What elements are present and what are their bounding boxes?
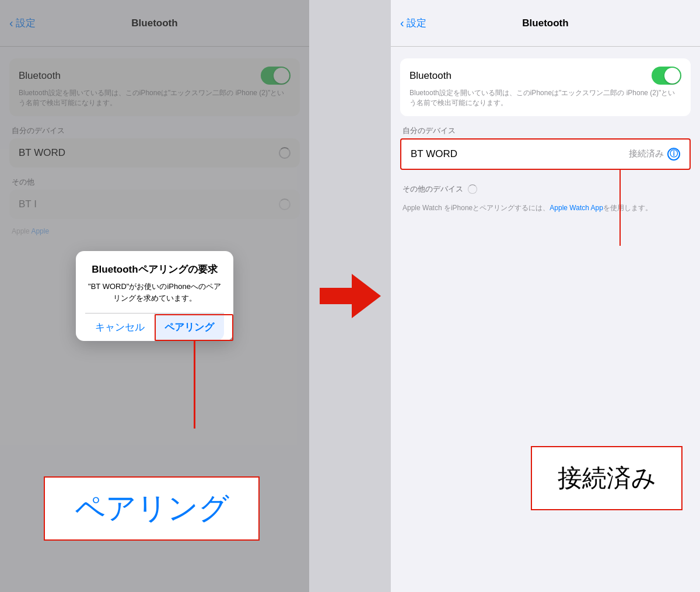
- apple-watch-desc-right: Apple Watch をiPhoneとペアリングするには、Apple Watc…: [400, 200, 691, 215]
- right-bluetooth-toggle-row: Bluetooth: [410, 67, 681, 85]
- right-chevron-left-icon: ‹: [400, 16, 404, 30]
- pairing-dialog: Bluetoothペアリングの要求 "BT WORD"がお使いのiPhoneへの…: [76, 251, 233, 341]
- dialog-buttons: キャンセル ペアリング: [85, 313, 224, 341]
- large-connected-label: 接続済み: [531, 446, 682, 510]
- large-pairing-box: ペアリング: [44, 476, 260, 541]
- large-connected-text: 接続済み: [558, 462, 656, 495]
- right-bluetooth-toggle[interactable]: [652, 67, 681, 85]
- apple-watch-app-link[interactable]: Apple Watch App: [550, 204, 603, 212]
- right-other-devices-label: その他のデバイス: [400, 179, 691, 197]
- right-bt-word-row[interactable]: BT WORD 接続済み ⓘ: [401, 140, 690, 169]
- right-panel: ‹ 設定 Bluetooth Bluetooth Bluetooth設定を開いて…: [391, 0, 700, 592]
- cancel-button[interactable]: キャンセル: [85, 314, 155, 341]
- apple-watch-desc-part2: を使用します。: [603, 204, 652, 212]
- arrow-shaft: [320, 288, 352, 304]
- right-back-button[interactable]: ‹ 設定: [400, 16, 426, 30]
- right-my-devices-label: 自分のデバイス: [400, 121, 691, 138]
- arrow-head: [352, 274, 381, 318]
- right-header: ‹ 設定 Bluetooth: [391, 0, 700, 47]
- right-bluetooth-label: Bluetooth: [410, 70, 452, 82]
- dialog-title: Bluetoothペアリングの要求: [85, 263, 224, 276]
- right-other-devices-section: その他のデバイス Apple Watch をiPhoneとペアリングするには、A…: [400, 179, 691, 215]
- dialog-message: "BT WORD"がお使いのiPhoneへのペアリングを求めています。: [85, 281, 224, 304]
- right-panel-title: Bluetooth: [522, 18, 568, 29]
- right-bt-word-card: BT WORD 接続済み ⓘ: [400, 138, 691, 170]
- apple-watch-desc-part1: Apple Watch をiPhoneとペアリングするには、: [402, 204, 550, 212]
- right-bluetooth-toggle-card: Bluetooth Bluetooth設定を開いている間は、このiPhoneは"…: [400, 58, 691, 116]
- right-back-label: 設定: [407, 16, 426, 30]
- right-arrow: [320, 274, 381, 318]
- right-bluetooth-toggle-desc: Bluetooth設定を開いている間は、このiPhoneは"エックスワン二郎の …: [410, 88, 681, 108]
- info-icon[interactable]: ⓘ: [667, 148, 680, 161]
- other-devices-text: その他のデバイス: [402, 184, 463, 194]
- bt-word-annotated-container: BT WORD 接続済み ⓘ: [400, 138, 691, 170]
- other-spinner-icon: [468, 184, 477, 194]
- confirm-pairing-button[interactable]: ペアリング: [155, 314, 225, 341]
- bt-word-status-area: 接続済み ⓘ: [629, 148, 680, 161]
- right-panel-content: Bluetooth Bluetooth設定を開いている間は、このiPhoneは"…: [391, 47, 700, 227]
- connector-line: [194, 341, 195, 429]
- bt-word-status-text: 接続済み: [629, 148, 664, 159]
- dialog-box: Bluetoothペアリングの要求 "BT WORD"がお使いのiPhoneへの…: [76, 251, 233, 341]
- right-bt-word-name: BT WORD: [411, 148, 457, 160]
- arrow-container: [309, 0, 391, 592]
- large-pairing-box-text: ペアリング: [75, 488, 229, 529]
